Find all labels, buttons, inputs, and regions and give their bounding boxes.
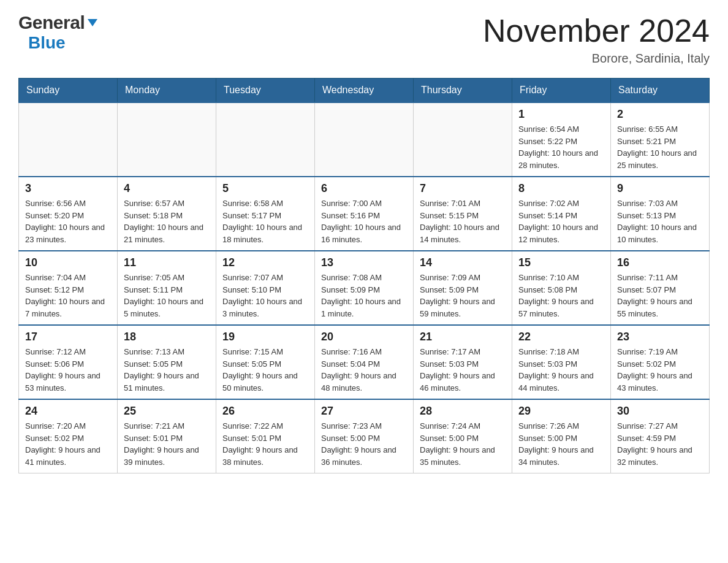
table-row: 24Sunrise: 7:20 AMSunset: 5:02 PMDayligh…	[19, 399, 118, 473]
day-number: 10	[25, 256, 111, 269]
col-monday: Monday	[118, 79, 216, 103]
day-info: Sunrise: 7:05 AMSunset: 5:11 PMDaylight:…	[124, 272, 210, 320]
table-row: 23Sunrise: 7:19 AMSunset: 5:02 PMDayligh…	[611, 325, 710, 399]
days-of-week-row: Sunday Monday Tuesday Wednesday Thursday…	[19, 79, 710, 103]
table-row: 6Sunrise: 7:00 AMSunset: 5:16 PMDaylight…	[315, 177, 414, 251]
day-info: Sunrise: 7:17 AMSunset: 5:03 PMDaylight:…	[420, 346, 506, 394]
day-info: Sunrise: 7:21 AMSunset: 5:01 PMDaylight:…	[124, 420, 210, 468]
day-info: Sunrise: 7:08 AMSunset: 5:09 PMDaylight:…	[321, 272, 407, 320]
month-title: November 2024	[483, 12, 710, 49]
day-info: Sunrise: 7:04 AMSunset: 5:12 PMDaylight:…	[25, 272, 111, 320]
day-info: Sunrise: 7:16 AMSunset: 5:04 PMDaylight:…	[321, 346, 407, 394]
table-row: 12Sunrise: 7:07 AMSunset: 5:10 PMDayligh…	[216, 251, 315, 325]
table-row: 19Sunrise: 7:15 AMSunset: 5:05 PMDayligh…	[216, 325, 315, 399]
col-tuesday: Tuesday	[216, 79, 315, 103]
day-number: 28	[420, 405, 506, 418]
day-info: Sunrise: 6:55 AMSunset: 5:21 PMDaylight:…	[617, 123, 703, 171]
table-row: 17Sunrise: 7:12 AMSunset: 5:06 PMDayligh…	[19, 325, 118, 399]
day-info: Sunrise: 7:15 AMSunset: 5:05 PMDaylight:…	[222, 346, 308, 394]
day-number: 12	[222, 256, 308, 269]
col-thursday: Thursday	[414, 79, 512, 103]
table-row: 20Sunrise: 7:16 AMSunset: 5:04 PMDayligh…	[315, 325, 414, 399]
logo-triangle-icon	[86, 17, 99, 29]
calendar-week-row: 10Sunrise: 7:04 AMSunset: 5:12 PMDayligh…	[19, 251, 710, 325]
calendar-body: 1Sunrise: 6:54 AMSunset: 5:22 PMDaylight…	[19, 102, 710, 473]
day-number: 11	[124, 256, 210, 269]
day-info: Sunrise: 7:11 AMSunset: 5:07 PMDaylight:…	[617, 272, 703, 320]
day-info: Sunrise: 7:24 AMSunset: 5:00 PMDaylight:…	[420, 420, 506, 468]
day-number: 14	[420, 256, 506, 269]
table-row: 30Sunrise: 7:27 AMSunset: 4:59 PMDayligh…	[611, 399, 710, 473]
day-info: Sunrise: 7:03 AMSunset: 5:13 PMDaylight:…	[617, 197, 703, 245]
day-info: Sunrise: 6:54 AMSunset: 5:22 PMDaylight:…	[518, 123, 604, 171]
table-row: 10Sunrise: 7:04 AMSunset: 5:12 PMDayligh…	[19, 251, 118, 325]
table-row: 18Sunrise: 7:13 AMSunset: 5:05 PMDayligh…	[118, 325, 216, 399]
day-number: 3	[25, 182, 111, 195]
day-info: Sunrise: 7:00 AMSunset: 5:16 PMDaylight:…	[321, 197, 407, 245]
location-subtitle: Borore, Sardinia, Italy	[483, 52, 710, 66]
day-number: 24	[25, 405, 111, 418]
day-number: 15	[518, 256, 604, 269]
day-number: 1	[518, 108, 604, 121]
table-row: 16Sunrise: 7:11 AMSunset: 5:07 PMDayligh…	[611, 251, 710, 325]
table-row: 7Sunrise: 7:01 AMSunset: 5:15 PMDaylight…	[414, 177, 512, 251]
table-row: 11Sunrise: 7:05 AMSunset: 5:11 PMDayligh…	[118, 251, 216, 325]
table-row: 9Sunrise: 7:03 AMSunset: 5:13 PMDaylight…	[611, 177, 710, 251]
col-saturday: Saturday	[611, 79, 710, 103]
day-number: 17	[25, 331, 111, 343]
day-info: Sunrise: 6:56 AMSunset: 5:20 PMDaylight:…	[25, 197, 111, 245]
day-number: 29	[518, 405, 604, 418]
day-info: Sunrise: 7:22 AMSunset: 5:01 PMDaylight:…	[222, 420, 308, 468]
day-number: 20	[321, 331, 407, 343]
table-row	[216, 102, 315, 177]
day-number: 19	[222, 331, 308, 343]
table-row: 26Sunrise: 7:22 AMSunset: 5:01 PMDayligh…	[216, 399, 315, 473]
day-number: 26	[222, 405, 308, 418]
calendar-header: Sunday Monday Tuesday Wednesday Thursday…	[19, 79, 710, 103]
day-info: Sunrise: 7:27 AMSunset: 4:59 PMDaylight:…	[617, 420, 703, 468]
day-info: Sunrise: 7:26 AMSunset: 5:00 PMDaylight:…	[518, 420, 604, 468]
day-number: 7	[420, 182, 506, 195]
day-number: 16	[617, 256, 703, 269]
day-info: Sunrise: 7:18 AMSunset: 5:03 PMDaylight:…	[518, 346, 604, 394]
day-info: Sunrise: 6:58 AMSunset: 5:17 PMDaylight:…	[222, 197, 308, 245]
day-info: Sunrise: 7:07 AMSunset: 5:10 PMDaylight:…	[222, 272, 308, 320]
calendar-week-row: 17Sunrise: 7:12 AMSunset: 5:06 PMDayligh…	[19, 325, 710, 399]
calendar-table: Sunday Monday Tuesday Wednesday Thursday…	[18, 78, 710, 473]
day-number: 2	[617, 108, 703, 121]
title-area: November 2024 Borore, Sardinia, Italy	[483, 12, 710, 66]
day-info: Sunrise: 7:10 AMSunset: 5:08 PMDaylight:…	[518, 272, 604, 320]
day-number: 9	[617, 182, 703, 195]
day-number: 22	[518, 331, 604, 343]
day-number: 27	[321, 405, 407, 418]
day-info: Sunrise: 7:12 AMSunset: 5:06 PMDaylight:…	[25, 346, 111, 394]
calendar-week-row: 3Sunrise: 6:56 AMSunset: 5:20 PMDaylight…	[19, 177, 710, 251]
day-info: Sunrise: 7:23 AMSunset: 5:00 PMDaylight:…	[321, 420, 407, 468]
day-number: 5	[222, 182, 308, 195]
day-number: 13	[321, 256, 407, 269]
table-row	[315, 102, 414, 177]
table-row: 29Sunrise: 7:26 AMSunset: 5:00 PMDayligh…	[512, 399, 611, 473]
table-row: 1Sunrise: 6:54 AMSunset: 5:22 PMDaylight…	[512, 102, 611, 177]
day-number: 23	[617, 331, 703, 343]
day-info: Sunrise: 7:02 AMSunset: 5:14 PMDaylight:…	[518, 197, 604, 245]
table-row	[118, 102, 216, 177]
table-row: 27Sunrise: 7:23 AMSunset: 5:00 PMDayligh…	[315, 399, 414, 473]
day-info: Sunrise: 6:57 AMSunset: 5:18 PMDaylight:…	[124, 197, 210, 245]
day-number: 25	[124, 405, 210, 418]
table-row	[414, 102, 512, 177]
table-row: 15Sunrise: 7:10 AMSunset: 5:08 PMDayligh…	[512, 251, 611, 325]
table-row: 3Sunrise: 6:56 AMSunset: 5:20 PMDaylight…	[19, 177, 118, 251]
table-row: 8Sunrise: 7:02 AMSunset: 5:14 PMDaylight…	[512, 177, 611, 251]
table-row: 2Sunrise: 6:55 AMSunset: 5:21 PMDaylight…	[611, 102, 710, 177]
table-row: 21Sunrise: 7:17 AMSunset: 5:03 PMDayligh…	[414, 325, 512, 399]
day-number: 30	[617, 405, 703, 418]
day-number: 21	[420, 331, 506, 343]
day-info: Sunrise: 7:20 AMSunset: 5:02 PMDaylight:…	[25, 420, 111, 468]
calendar-week-row: 1Sunrise: 6:54 AMSunset: 5:22 PMDaylight…	[19, 102, 710, 177]
svg-marker-0	[88, 19, 97, 26]
day-number: 18	[124, 331, 210, 343]
day-info: Sunrise: 7:09 AMSunset: 5:09 PMDaylight:…	[420, 272, 506, 320]
table-row: 5Sunrise: 6:58 AMSunset: 5:17 PMDaylight…	[216, 177, 315, 251]
col-sunday: Sunday	[19, 79, 118, 103]
